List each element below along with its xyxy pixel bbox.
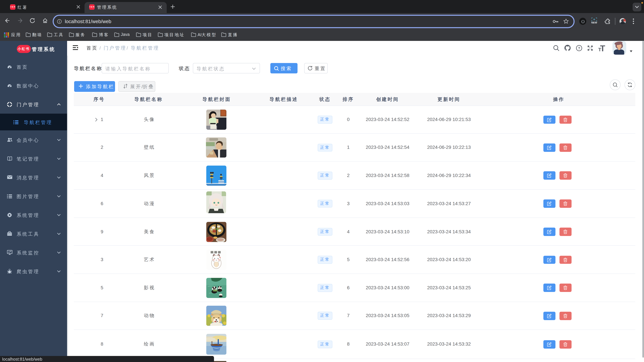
svg-text:?: ? (578, 46, 580, 50)
